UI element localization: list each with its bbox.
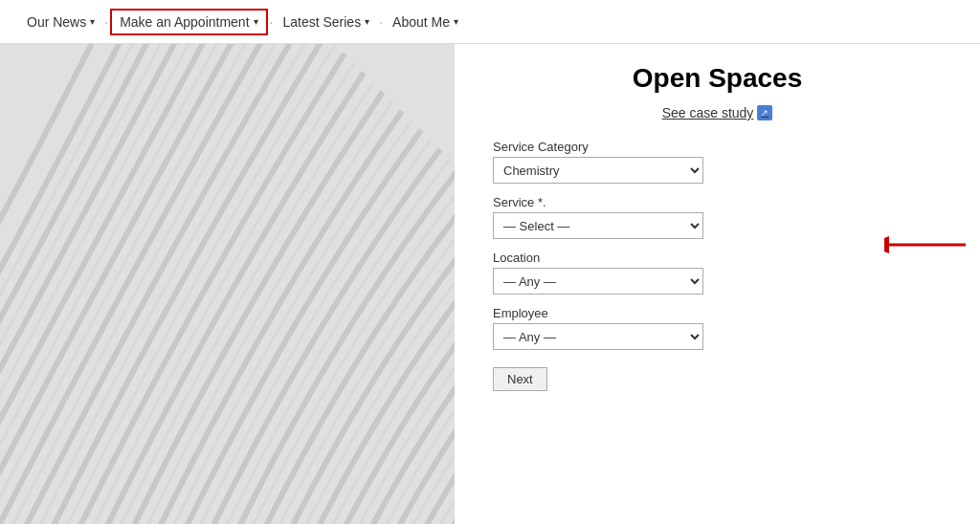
employee-label: Employee [493,306,761,320]
case-study-text: See case study [662,105,754,120]
nav-make-appointment-label: Make an Appointment [120,14,249,30]
navbar: Our News ▾ · Make an Appointment ▾ · Lat… [0,0,980,44]
left-image-panel [0,44,455,524]
red-arrow-icon [884,230,970,259]
case-study-link[interactable]: See case study ↗ [662,105,773,120]
wave-pattern-svg [0,44,455,524]
service-category-group: Service Category Chemistry [493,140,761,184]
service-category-label: Service Category [493,140,761,154]
appointment-form: Service Category Chemistry Service *. — … [493,140,761,391]
service-group: Service *. — Select — [493,195,761,239]
case-study-link-container: See case study ↗ [493,105,942,120]
external-link-icon: ↗ [757,105,772,120]
employee-select[interactable]: — Any — [493,323,703,350]
service-select[interactable]: — Select — [493,212,703,239]
nav-separator-1: · [104,14,108,30]
service-category-select[interactable]: Chemistry [493,157,703,184]
nav-about-me-label: About Me [392,14,450,30]
nav-latest-series[interactable]: Latest Series ▾ [275,11,377,33]
next-button[interactable]: Next [493,367,547,391]
project-title: Open Spaces [493,63,942,94]
right-panel: Open Spaces See case study ↗ Service Cat… [455,44,980,524]
latest-series-dropdown-icon: ▾ [365,16,369,27]
our-news-dropdown-icon: ▾ [90,16,95,27]
arrow-annotation [884,230,970,259]
employee-group: Employee — Any — [493,306,761,350]
nav-separator-3: · [379,14,383,30]
about-me-dropdown-icon: ▾ [454,16,458,27]
nav-about-me[interactable]: About Me ▾ [385,11,466,33]
nav-make-appointment[interactable]: Make an Appointment ▾ [110,9,267,35]
location-group: Location — Any — [493,251,761,295]
nav-our-news[interactable]: Our News ▾ [19,11,102,33]
nav-latest-series-label: Latest Series [282,14,361,30]
nav-separator-2: · [270,14,274,30]
nav-our-news-label: Our News [27,14,86,30]
service-label: Service *. [493,195,761,209]
main-content: Open Spaces See case study ↗ Service Cat… [0,44,980,524]
make-appointment-dropdown-icon: ▾ [254,16,258,27]
location-select[interactable]: — Any — [493,268,703,295]
location-label: Location [493,251,761,265]
